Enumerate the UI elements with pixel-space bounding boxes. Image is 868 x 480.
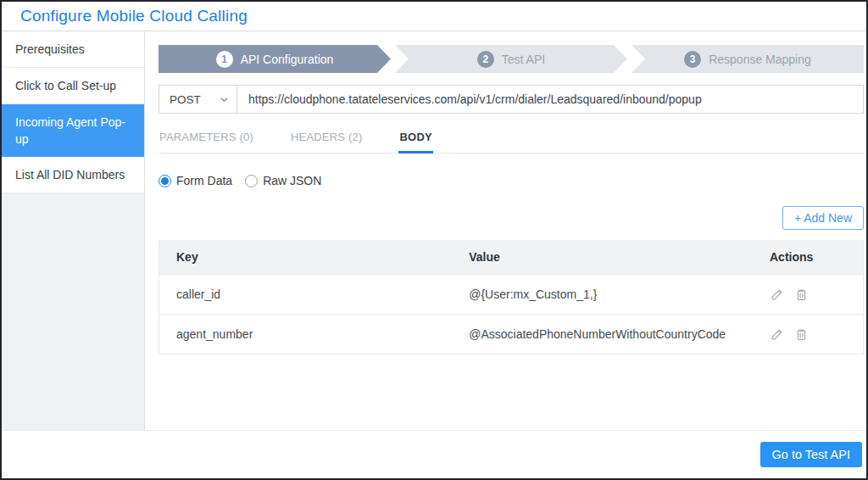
step-number-badge: 1 bbox=[216, 51, 233, 68]
column-header-value: Value bbox=[469, 250, 770, 264]
sidebar-item-label: Incoming Agent Pop-up bbox=[15, 115, 125, 146]
request-url-value: https://cloudphone.tatateleservices.com/… bbox=[248, 92, 702, 106]
sidebar-item-label: List All DID Numbers bbox=[15, 168, 125, 181]
row-value: @{User:mx_Custom_1,} bbox=[469, 287, 770, 301]
step-label: Test API bbox=[502, 53, 545, 66]
sidebar-filler bbox=[2, 193, 144, 430]
row-actions bbox=[770, 327, 863, 342]
sidebar-item-label: Prerequisites bbox=[15, 42, 85, 56]
step-api-configuration[interactable]: 1 API Configuration bbox=[159, 45, 391, 73]
radio-selected-icon bbox=[159, 175, 171, 187]
sidebar-item-list-all-did-numbers[interactable]: List All DID Numbers bbox=[2, 157, 144, 193]
add-new-button[interactable]: + Add New bbox=[782, 206, 864, 230]
http-method-select[interactable]: POST bbox=[159, 86, 237, 113]
step-number-badge: 3 bbox=[684, 51, 701, 68]
step-number-badge: 2 bbox=[477, 51, 494, 68]
table-row: caller_id @{User:mx_Custom_1,} bbox=[159, 274, 863, 314]
request-bar: POST https://cloudphone.tatateleservices… bbox=[159, 85, 864, 114]
page-footer: Go to Test API bbox=[2, 430, 866, 478]
wizard-stepper: 1 API Configuration 2 Test API 3 Respons… bbox=[159, 45, 864, 73]
main-content: 1 API Configuration 2 Test API 3 Respons… bbox=[145, 31, 866, 430]
table-row: agent_number @AssociatedPhoneNumberWitho… bbox=[159, 314, 863, 354]
radio-raw-json[interactable]: Raw JSON bbox=[245, 174, 321, 187]
column-header-actions: Actions bbox=[770, 250, 863, 264]
radio-form-data[interactable]: Form Data bbox=[159, 174, 232, 187]
add-new-row: + Add New bbox=[159, 206, 864, 230]
step-response-mapping[interactable]: 3 Response Mapping bbox=[632, 45, 864, 73]
sidebar: Prerequisites Click to Call Set-up Incom… bbox=[2, 31, 145, 430]
tab-headers[interactable]: HEADERS (2) bbox=[290, 127, 364, 153]
sidebar-item-prerequisites[interactable]: Prerequisites bbox=[2, 31, 144, 68]
chevron-down-icon bbox=[220, 95, 229, 104]
sidebar-item-incoming-agent-popup[interactable]: Incoming Agent Pop-up bbox=[2, 104, 144, 157]
row-value: @AssociatedPhoneNumberWithoutCountryCode bbox=[469, 327, 770, 341]
page-body: Prerequisites Click to Call Set-up Incom… bbox=[2, 31, 866, 430]
radio-unselected-icon bbox=[245, 175, 258, 187]
sidebar-item-label: Click to Call Set-up bbox=[15, 79, 116, 92]
request-tabs: PARAMETERS (0) HEADERS (2) BODY bbox=[159, 127, 864, 153]
tab-body[interactable]: BODY bbox=[398, 127, 432, 153]
row-key: caller_id bbox=[159, 287, 469, 301]
page-title: Configure Mobile Cloud Calling bbox=[20, 7, 248, 25]
step-test-api[interactable]: 2 Test API bbox=[395, 45, 627, 73]
row-actions bbox=[770, 287, 863, 302]
step-label: API Configuration bbox=[241, 53, 334, 66]
radio-label: Form Data bbox=[176, 174, 232, 187]
radio-label: Raw JSON bbox=[263, 174, 321, 187]
delete-trash-icon[interactable] bbox=[794, 327, 809, 342]
request-url-input[interactable]: https://cloudphone.tatateleservices.com/… bbox=[237, 86, 863, 113]
table-header-row: Key Value Actions bbox=[159, 240, 863, 274]
app-window: Configure Mobile Cloud Calling Prerequis… bbox=[0, 0, 868, 480]
edit-pencil-icon[interactable] bbox=[770, 287, 784, 302]
row-key: agent_number bbox=[159, 327, 469, 341]
sidebar-item-click-to-call-setup[interactable]: Click to Call Set-up bbox=[2, 68, 144, 104]
params-table: Key Value Actions caller_id @{User:mx_Cu… bbox=[159, 240, 864, 354]
edit-pencil-icon[interactable] bbox=[770, 327, 784, 342]
delete-trash-icon[interactable] bbox=[794, 287, 809, 302]
go-to-test-api-button[interactable]: Go to Test API bbox=[760, 442, 862, 467]
http-method-value: POST bbox=[170, 93, 201, 106]
tab-parameters[interactable]: PARAMETERS (0) bbox=[159, 127, 254, 153]
step-label: Response Mapping bbox=[709, 53, 811, 66]
page-header: Configure Mobile Cloud Calling bbox=[2, 2, 866, 31]
body-type-radio-group: Form Data Raw JSON bbox=[159, 174, 864, 187]
column-header-key: Key bbox=[159, 250, 469, 264]
